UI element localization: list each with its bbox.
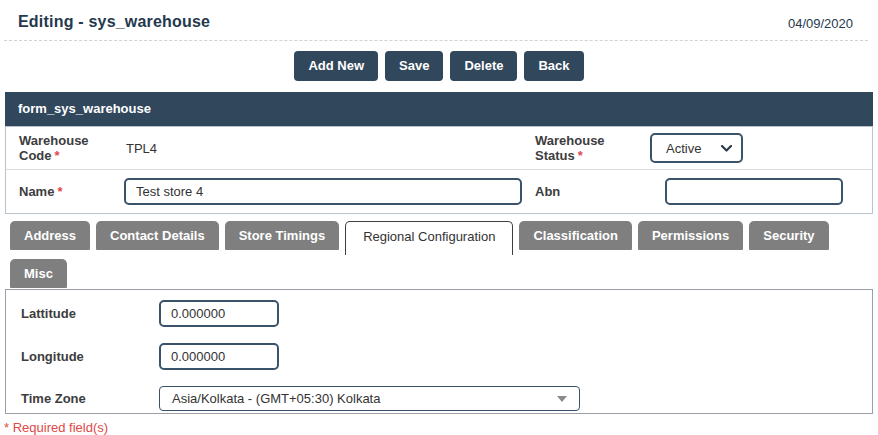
longitude-row: Longitude — [21, 343, 872, 370]
lattitude-row: Lattitude — [21, 300, 872, 327]
tab-contact-details[interactable]: Contact Details — [96, 221, 219, 250]
tab-address[interactable]: Address — [10, 221, 90, 250]
name-input[interactable] — [124, 178, 522, 205]
name-required-mark: * — [54, 184, 62, 199]
toolbar: Add New Save Delete Back — [0, 41, 878, 92]
abn-input[interactable] — [665, 178, 843, 205]
form-body: Warehouse Code* TPL4 Warehouse Status* A… — [5, 126, 873, 214]
page: Editing - sys_warehouse 04/09/2020 Add N… — [0, 0, 878, 435]
title-bar: Editing - sys_warehouse 04/09/2020 — [0, 0, 878, 40]
warehouse-status-label-text: Warehouse Status — [535, 133, 605, 163]
delete-button[interactable]: Delete — [450, 51, 517, 81]
longitude-input[interactable] — [159, 343, 279, 370]
tab-strip: Address Contact Details Store Timings Re… — [10, 221, 873, 288]
warehouse-status-selected-value: Active — [666, 141, 701, 156]
warehouse-code-value: TPL4 — [124, 141, 157, 156]
warehouse-code-required-mark: * — [52, 148, 60, 163]
warehouse-code-cell: TPL4 — [124, 141, 535, 156]
warehouse-status-cell: Active — [650, 133, 872, 163]
form-row-1: Warehouse Code* TPL4 Warehouse Status* A… — [6, 127, 872, 170]
form-header: form_sys_warehouse — [5, 92, 873, 126]
tab-row-1: Address Contact Details Store Timings Re… — [10, 221, 873, 255]
name-cell — [124, 178, 535, 205]
tab-misc[interactable]: Misc — [10, 259, 67, 288]
add-new-button[interactable]: Add New — [294, 51, 378, 81]
time-zone-row: Time Zone Asia/Kolkata - (GMT+05:30) Kol… — [21, 386, 872, 411]
required-fields-note: * Required field(s) — [4, 420, 878, 435]
regional-configuration-panel: Lattitude Longitude Time Zone Asia/Kolka… — [5, 289, 873, 414]
longitude-label: Longitude — [21, 349, 159, 364]
chevron-down-icon — [721, 145, 732, 152]
warehouse-status-label: Warehouse Status* — [535, 133, 650, 163]
page-title: Editing - sys_warehouse — [18, 13, 210, 31]
tab-row-2: Misc — [10, 259, 873, 288]
tab-regional-configuration[interactable]: Regional Configuration — [345, 221, 513, 255]
warehouse-form: form_sys_warehouse Warehouse Code* TPL4 … — [5, 92, 873, 214]
warehouse-status-required-mark: * — [575, 148, 583, 163]
save-button[interactable]: Save — [385, 51, 443, 81]
tab-store-timings[interactable]: Store Timings — [225, 221, 339, 250]
tab-security[interactable]: Security — [749, 221, 828, 250]
tab-classification[interactable]: Classification — [519, 221, 632, 250]
lattitude-input[interactable] — [159, 300, 279, 327]
back-button[interactable]: Back — [524, 51, 583, 81]
tab-permissions[interactable]: Permissions — [638, 221, 743, 250]
warehouse-status-select[interactable]: Active — [650, 133, 743, 163]
page-date: 04/09/2020 — [788, 13, 853, 31]
abn-label: Abn — [535, 184, 650, 199]
time-zone-label: Time Zone — [21, 391, 159, 406]
lattitude-label: Lattitude — [21, 306, 159, 321]
form-row-2: Name* Abn — [6, 170, 872, 213]
name-label-text: Name — [19, 184, 54, 199]
name-label: Name* — [6, 184, 124, 199]
time-zone-selected-value: Asia/Kolkata - (GMT+05:30) Kolkata — [172, 391, 380, 406]
dropdown-arrow-icon — [557, 396, 567, 402]
time-zone-dropdown[interactable]: Asia/Kolkata - (GMT+05:30) Kolkata — [159, 386, 580, 411]
abn-label-text: Abn — [535, 184, 560, 199]
abn-cell — [650, 178, 872, 205]
warehouse-code-label: Warehouse Code* — [6, 133, 124, 163]
